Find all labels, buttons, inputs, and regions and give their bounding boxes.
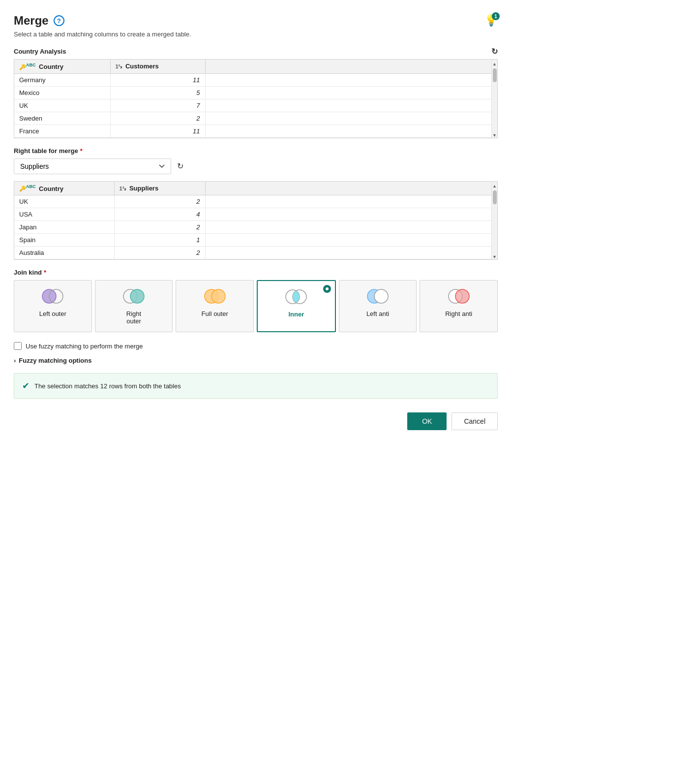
right-outer-label: Rightouter (126, 310, 141, 325)
cell-empty (205, 112, 491, 125)
top-table-col-empty (205, 60, 491, 73)
dropdown-row: Suppliers ↻ (14, 158, 498, 174)
fuzzy-expand-button[interactable]: › Fuzzy matching options (14, 357, 498, 364)
top-table-col-customers[interactable]: 1²₃ Customers (110, 60, 205, 73)
cell-customers: 7 (110, 99, 205, 112)
cell-country: USA (14, 208, 114, 221)
right-table-select[interactable]: Suppliers (14, 158, 171, 174)
cell-suppliers: 2 (114, 195, 205, 208)
scroll-up-arrow-2[interactable]: ▲ (492, 184, 497, 188)
lightbulb-button[interactable]: 💡 1 (484, 14, 498, 27)
right-outer-icon (120, 287, 147, 305)
abc-key-icon: 🔑ABC (19, 64, 36, 70)
cell-country: Mexico (14, 86, 110, 99)
match-result-text: The selection matches 12 rows from both … (34, 382, 181, 390)
join-required-star: * (44, 269, 46, 276)
cell-country: Germany (14, 73, 110, 86)
cell-suppliers: 1 (114, 234, 205, 247)
full-outer-label: Full outer (202, 310, 228, 317)
cell-empty (205, 195, 491, 208)
inner-label: Inner (288, 311, 304, 318)
bottom-table-col-suppliers[interactable]: 1²₃ Suppliers (114, 182, 205, 195)
bottom-table-wrapper: 🔑ABC Country 1²₃ Suppliers UK 2 (14, 181, 498, 260)
left-outer-icon (39, 287, 66, 305)
bottom-table-scrollbar[interactable]: ▲ ▼ (491, 182, 497, 260)
cell-country: France (14, 125, 110, 137)
help-icon[interactable]: ? (54, 15, 64, 26)
table-row[interactable]: France 11 (14, 125, 491, 137)
required-star: * (80, 147, 83, 155)
scroll-thumb[interactable] (493, 68, 497, 82)
table-row[interactable]: Australia 2 (14, 247, 491, 259)
top-table-section-label: Country Analysis ↻ (14, 47, 498, 56)
table-row[interactable]: UK 7 (14, 99, 491, 112)
lightbulb-badge: 1 (492, 12, 500, 20)
svg-point-5 (211, 289, 225, 303)
bottom-table-col-country[interactable]: 🔑ABC Country (14, 182, 114, 195)
scroll-up-arrow[interactable]: ▲ (492, 62, 497, 66)
cell-customers: 5 (110, 86, 205, 99)
right-anti-icon (446, 287, 472, 305)
fuzzy-check-row: Use fuzzy matching to perform the merge (14, 342, 498, 350)
cell-suppliers: 2 (114, 247, 205, 259)
svg-point-12 (374, 289, 388, 303)
join-kind-label: Join kind * (14, 269, 498, 276)
cell-suppliers: 4 (114, 208, 205, 221)
cell-empty (205, 208, 491, 221)
bottom-table: 🔑ABC Country 1²₃ Suppliers UK 2 (14, 182, 491, 260)
cell-empty (205, 247, 491, 259)
table-row[interactable]: Spain 1 (14, 234, 491, 247)
scroll-down-arrow-2[interactable]: ▼ (492, 254, 497, 259)
suppliers-num-icon: 1²₃ (120, 186, 126, 191)
left-outer-label: Left outer (39, 310, 66, 317)
subtitle: Select a table and matching columns to c… (14, 31, 498, 38)
table-row[interactable]: Japan 2 (14, 221, 491, 234)
title-text: Merge (14, 14, 49, 28)
cell-empty (205, 221, 491, 234)
checkmark-icon: ✔ (22, 380, 30, 391)
right-anti-label: Right anti (445, 310, 472, 317)
fuzzy-checkbox-label[interactable]: Use fuzzy matching to perform the merge (26, 343, 143, 350)
svg-point-14 (455, 289, 469, 303)
svg-point-3 (130, 289, 144, 303)
left-anti-icon (364, 287, 391, 305)
customers-num-icon: 1²₃ (116, 63, 122, 69)
join-card-right-outer[interactable]: Rightouter (95, 280, 173, 332)
cell-suppliers: 2 (114, 221, 205, 234)
join-cards-container: Left outer Rightouter Full outer (14, 280, 498, 332)
top-table-scrollbar[interactable]: ▲ ▼ (491, 60, 497, 138)
scroll-down-arrow[interactable]: ▼ (492, 133, 497, 138)
cell-country: UK (14, 99, 110, 112)
right-table-label: Right table for merge * (14, 147, 498, 155)
ok-button[interactable]: OK (407, 412, 447, 430)
cell-country: Australia (14, 247, 114, 259)
table-row[interactable]: Sweden 2 (14, 112, 491, 125)
table-row[interactable]: Germany 11 (14, 73, 491, 86)
join-card-inner[interactable]: Inner (257, 280, 336, 332)
dialog-title: Merge ? (14, 14, 64, 28)
inner-indicator (323, 285, 331, 293)
join-card-right-anti[interactable]: Right anti (420, 280, 498, 332)
top-table-wrapper: 🔑ABC Country 1²₃ Customers Germany 11 (14, 59, 498, 138)
fuzzy-checkbox[interactable] (14, 342, 22, 350)
scroll-thumb-2[interactable] (493, 190, 497, 204)
left-anti-label: Left anti (366, 310, 389, 317)
top-table-col-country[interactable]: 🔑ABC Country (14, 60, 110, 73)
full-outer-icon (202, 287, 228, 305)
join-card-full-outer[interactable]: Full outer (176, 280, 254, 332)
top-table-refresh-icon[interactable]: ↻ (491, 47, 498, 56)
cell-customers: 11 (110, 73, 205, 86)
table-row[interactable]: USA 4 (14, 208, 491, 221)
cell-country: Japan (14, 221, 114, 234)
table-row[interactable]: UK 2 (14, 195, 491, 208)
bottom-table-col-empty (205, 182, 491, 195)
table-row[interactable]: Mexico 5 (14, 86, 491, 99)
dialog-footer: OK Cancel (14, 412, 498, 430)
cell-country: UK (14, 195, 114, 208)
bottom-table-refresh-icon[interactable]: ↻ (177, 161, 183, 171)
cancel-button[interactable]: Cancel (451, 412, 498, 430)
join-card-left-anti[interactable]: Left anti (339, 280, 417, 332)
cell-customers: 2 (110, 112, 205, 125)
match-result-banner: ✔ The selection matches 12 rows from bot… (14, 373, 498, 399)
join-card-left-outer[interactable]: Left outer (14, 280, 92, 332)
